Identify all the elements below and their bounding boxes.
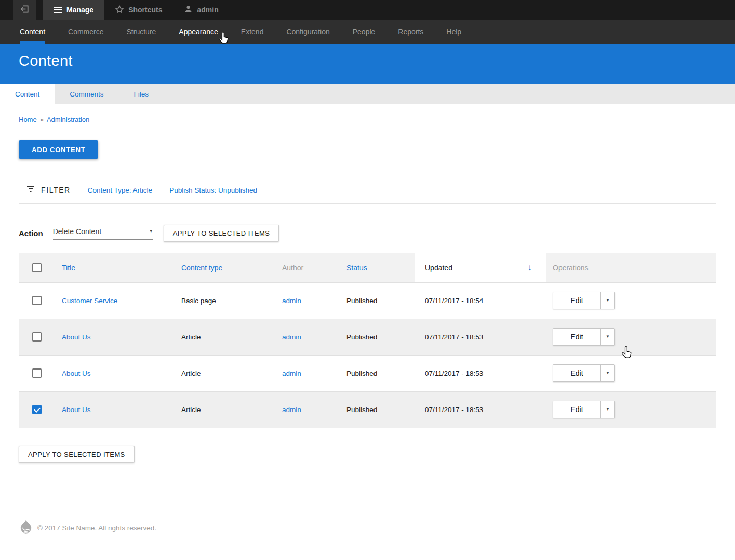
filter-content-type-link[interactable]: Content Type: Article — [88, 186, 152, 194]
nav-item-help[interactable]: Help — [435, 20, 473, 44]
row-content-type: Article — [181, 355, 282, 391]
back-to-site-button[interactable] — [13, 0, 36, 20]
row-updated: 07/11/2017 - 18:53 — [415, 355, 546, 391]
row-status: Published — [346, 391, 415, 428]
operations-dropbutton: Edit ▼ — [553, 328, 615, 346]
row-updated: 07/11/2017 - 18:54 — [415, 282, 546, 319]
sort-descending-icon: ↓ — [528, 263, 532, 273]
nav-item-structure[interactable]: Structure — [115, 20, 168, 44]
breadcrumb-separator: » — [40, 116, 44, 124]
breadcrumb-administration-link[interactable]: Administration — [47, 116, 89, 124]
tab-comments[interactable]: Comments — [55, 84, 118, 104]
nav-item-content[interactable]: Content — [8, 20, 57, 44]
row-content-type: Basic page — [181, 282, 282, 319]
drupal-logo — [19, 519, 33, 537]
caret-down-icon: ▼ — [606, 298, 610, 303]
toolbar-manage-label: Manage — [66, 6, 93, 14]
footer: © 2017 Site Name. All rights reserved. — [19, 509, 716, 537]
row-author-link[interactable]: admin — [282, 333, 301, 341]
operations-dropbutton: Edit ▼ — [553, 401, 615, 418]
main-content: Home»Administration ADD CONTENT FILTER C… — [0, 116, 735, 463]
row-checkbox[interactable] — [32, 332, 42, 342]
caret-down-icon: ▼ — [606, 407, 610, 412]
select-all-checkbox[interactable] — [32, 263, 42, 272]
bulk-action-row: Action Delete Content ▼ APPLY TO SELECTE… — [19, 225, 716, 242]
exit-admin-icon — [20, 4, 30, 16]
edit-button[interactable]: Edit — [553, 365, 600, 381]
toolbar-item-shortcuts[interactable]: Shortcuts — [104, 0, 173, 20]
edit-dropdown-toggle[interactable]: ▼ — [600, 401, 614, 418]
operations-dropbutton: Edit ▼ — [553, 364, 615, 382]
column-header-operations: Operations — [546, 253, 716, 282]
toolbar-shortcuts-label: Shortcuts — [128, 6, 162, 14]
toolbar-user-label: admin — [197, 6, 218, 14]
table-header-row: Title Content type Author Status Updated… — [19, 253, 716, 282]
admin-menu-bar: Content Commerce Structure Appearance Ex… — [0, 20, 735, 44]
nav-item-reports[interactable]: Reports — [386, 20, 435, 44]
nav-item-appearance[interactable]: Appearance — [167, 20, 230, 44]
filter-publish-status-link[interactable]: Publish Status: Unpublished — [169, 186, 257, 194]
tab-content[interactable]: Content — [0, 84, 55, 104]
row-title-link[interactable]: About Us — [62, 406, 91, 414]
filter-icon — [26, 185, 35, 195]
column-header-content-type[interactable]: Content type — [181, 253, 282, 282]
row-title-link[interactable]: Customer Service — [62, 297, 117, 305]
toolbar-tab-manage[interactable]: Manage — [43, 0, 104, 20]
row-title-link[interactable]: About Us — [62, 370, 91, 377]
row-title-link[interactable]: About Us — [62, 333, 91, 341]
row-checkbox[interactable] — [32, 405, 42, 414]
row-updated: 07/11/2017 - 18:53 — [415, 391, 546, 428]
row-checkbox[interactable] — [32, 296, 42, 305]
row-updated: 07/11/2017 - 18:53 — [415, 319, 546, 355]
column-header-updated[interactable]: Updated ↓ — [415, 253, 546, 282]
filter-label: FILTER — [41, 186, 71, 194]
column-header-status[interactable]: Status — [346, 253, 415, 282]
action-select-value: Delete Content — [53, 227, 101, 236]
edit-button[interactable]: Edit — [553, 401, 600, 418]
column-header-title[interactable]: Title — [62, 253, 181, 282]
edit-dropdown-toggle[interactable]: ▼ — [600, 329, 614, 345]
row-status: Published — [346, 319, 415, 355]
user-icon — [184, 5, 193, 15]
row-author-link[interactable]: admin — [282, 297, 301, 305]
add-content-button[interactable]: ADD CONTENT — [19, 140, 98, 159]
hamburger-icon — [54, 7, 62, 13]
toolbar-item-user[interactable]: admin — [173, 0, 229, 20]
caret-down-icon: ▼ — [149, 229, 153, 234]
table-row: About Us Article admin Published 07/11/2… — [19, 319, 716, 355]
copyright-text: © 2017 Site Name. All rights reserved. — [37, 524, 156, 532]
nav-item-commerce[interactable]: Commerce — [57, 20, 115, 44]
table-row: About Us Article admin Published 07/11/2… — [19, 355, 716, 391]
edit-dropdown-toggle[interactable]: ▼ — [600, 365, 614, 381]
filter-toggle[interactable]: FILTER — [26, 185, 71, 195]
row-author-link[interactable]: admin — [282, 406, 301, 414]
row-checkbox[interactable] — [32, 368, 42, 378]
breadcrumb-home-link[interactable]: Home — [19, 116, 37, 124]
apply-to-selected-button-top[interactable]: APPLY TO SELECTED ITEMS — [164, 225, 279, 242]
edit-button[interactable]: Edit — [553, 329, 600, 345]
row-status: Published — [346, 355, 415, 391]
table-row: Customer Service Basic page admin Publis… — [19, 282, 716, 319]
apply-to-selected-button-bottom[interactable]: APPLY TO SELECTED ITEMS — [19, 446, 135, 463]
admin-toolbar: Manage Shortcuts admin — [0, 0, 735, 20]
caret-down-icon: ▼ — [606, 371, 610, 375]
operations-dropbutton: Edit ▼ — [553, 292, 615, 309]
tab-files[interactable]: Files — [119, 84, 164, 104]
row-content-type: Article — [181, 391, 282, 428]
nav-item-configuration[interactable]: Configuration — [275, 20, 341, 44]
page-title: Content — [19, 52, 716, 70]
edit-button[interactable]: Edit — [553, 292, 600, 309]
edit-dropdown-toggle[interactable]: ▼ — [600, 292, 614, 309]
star-icon — [115, 5, 124, 16]
content-table: Title Content type Author Status Updated… — [19, 253, 716, 428]
action-select[interactable]: Delete Content ▼ — [53, 227, 153, 240]
column-header-author: Author — [282, 253, 346, 282]
filter-bar: FILTER Content Type: Article Publish Sta… — [19, 176, 716, 204]
row-status: Published — [346, 282, 415, 319]
row-author-link[interactable]: admin — [282, 370, 301, 377]
action-label: Action — [19, 229, 43, 238]
nav-item-extend[interactable]: Extend — [230, 20, 275, 44]
nav-item-people[interactable]: People — [341, 20, 387, 44]
row-content-type: Article — [181, 319, 282, 355]
caret-down-icon: ▼ — [606, 335, 610, 339]
